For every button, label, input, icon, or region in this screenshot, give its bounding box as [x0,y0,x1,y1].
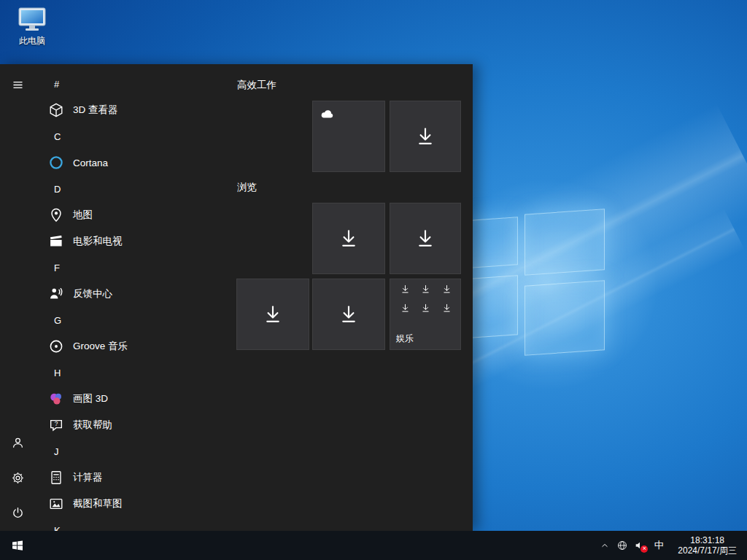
folder-tile-label: 娱乐 [396,332,414,345]
app-list-item-paint-3d[interactable]: 画图 3D [35,386,236,412]
app-label: 电影和电视 [73,235,123,248]
tile-pending-download[interactable] [390,203,461,274]
system-tray: 中 18:31:18 2024/7/17/周三 [596,531,747,560]
snip-sketch-icon [47,495,65,513]
download-arrow-icon [414,125,437,148]
desktop-icon-this-pc[interactable]: 此电脑 [9,6,55,47]
letter-label: G [54,315,61,326]
app-label: 截图和草图 [73,497,123,510]
letter-label: D [54,184,61,195]
app-label: 计算器 [73,471,103,484]
groove-music-icon [47,338,65,355]
start-menu-rail [0,64,35,531]
app-list-item-3d-viewer[interactable]: 3D 查看器 [35,97,236,123]
app-list-item-cortana[interactable]: Cortana [35,149,236,176]
download-arrow-icon [400,303,411,314]
windows-logo-pane [525,280,605,356]
desktop: 此电脑 # [0,0,747,560]
taskbar: 中 18:31:18 2024/7/17/周三 [0,531,747,560]
power-icon [11,506,25,520]
user-account-button[interactable] [0,425,35,460]
cloud-icon [320,107,336,120]
chevron-up-icon [600,541,609,550]
settings-button[interactable] [0,460,35,495]
folder-tile-app-grid [395,284,457,314]
feedback-hub-icon [47,285,65,303]
app-list-letter-j[interactable]: J [35,438,236,464]
letter-label: H [54,368,61,378]
cortana-ring-icon [47,154,65,171]
download-arrow-icon [337,303,360,326]
download-arrow-icon [420,303,431,314]
app-list-item-movies-tv[interactable]: 电影和电视 [35,228,236,254]
app-list-item-get-help[interactable]: ? 获取帮助 [35,412,236,438]
tile-area: 高效工作 浏览 [236,64,473,531]
app-list-letter-g[interactable]: G [35,307,236,333]
letter-label: K [54,525,61,532]
network-status-button[interactable] [614,531,631,560]
computer-monitor-icon [17,6,47,34]
download-arrow-icon [337,227,360,250]
app-list-letter-d[interactable]: D [35,176,236,202]
app-label: 地图 [73,209,93,222]
hamburger-menu-button[interactable] [0,67,35,102]
app-list-letter-hash[interactable]: # [35,71,236,97]
mute-badge-icon [640,545,648,553]
tile-onedrive[interactable] [312,101,385,172]
download-arrow-icon [441,284,452,295]
app-label: Cortana [73,158,108,168]
rail-bottom [0,425,35,530]
desktop-icon-label: 此电脑 [19,35,45,47]
app-label: 获取帮助 [73,419,112,432]
app-list-item-groove-music[interactable]: Groove 音乐 [35,333,236,359]
download-arrow-icon [400,284,411,295]
letter-label: C [54,131,61,142]
windows-logo-icon [12,540,23,551]
windows-logo-pane [525,209,605,276]
app-list-item-snip-sketch[interactable]: 截图和草图 [35,491,236,517]
app-label: 画图 3D [73,392,108,405]
calculator-icon [47,469,65,486]
app-list-item-maps[interactable]: 地图 [35,202,236,228]
app-list-letter-c[interactable]: C [35,123,236,149]
app-label: 反馈中心 [73,287,112,300]
tile-pending-download[interactable] [312,203,385,274]
app-list-item-calculator[interactable]: 计算器 [35,464,236,491]
globe-network-icon [616,540,628,551]
show-hidden-icons-button[interactable] [596,531,614,560]
tile-group-title[interactable]: 浏览 [237,181,257,194]
app-label: 3D 查看器 [73,104,118,117]
power-button[interactable] [0,495,35,530]
tile-folder-entertainment[interactable]: 娱乐 [390,279,461,350]
movies-tv-clapper-icon [47,233,65,250]
start-menu: # 3D 查看器 C Cortana D 地图 电影和电视 F [0,64,473,531]
download-arrow-icon [261,303,285,326]
paint-3d-icon [47,390,65,408]
clock-date: 2024/7/17/周三 [678,545,737,556]
user-account-icon [11,436,25,450]
settings-gear-icon [11,471,25,485]
app-list-letter-f[interactable]: F [35,254,236,281]
tile-pending-download[interactable] [312,279,385,350]
letter-label: F [54,262,60,273]
clock-time: 18:31:18 [678,535,737,545]
tile-pending-download[interactable] [236,279,309,350]
taskbar-clock[interactable]: 18:31:18 2024/7/17/周三 [669,535,743,556]
get-help-icon: ? [47,416,65,434]
app-list-item-feedback-hub[interactable]: 反馈中心 [35,281,236,307]
maps-pin-icon [47,206,65,224]
tile-group-title[interactable]: 高效工作 [237,79,276,92]
letter-label: J [54,446,59,457]
app-list-letter-h[interactable]: H [35,359,236,386]
letter-label: # [54,79,59,90]
download-arrow-icon [414,227,437,250]
download-arrow-icon [420,284,431,295]
app-label: Groove 音乐 [73,340,128,353]
app-list: # 3D 查看器 C Cortana D 地图 电影和电视 F [35,64,236,531]
ime-indicator[interactable]: 中 [649,531,669,560]
app-list-letter-k[interactable]: K [35,517,236,531]
start-button[interactable] [0,531,35,560]
hamburger-menu-icon [12,79,24,91]
volume-button[interactable] [631,531,649,560]
tile-pending-download[interactable] [390,101,461,172]
